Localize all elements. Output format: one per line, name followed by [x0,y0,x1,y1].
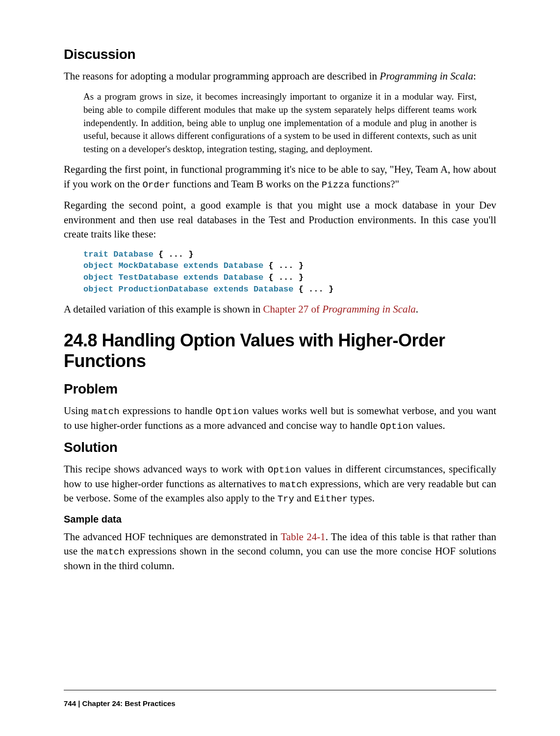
code-keyword: extends [208,285,249,294]
text: functions and Team B works on the [170,178,321,190]
code-keyword: object [83,273,113,282]
code-plain: { ... } [263,261,304,270]
chapter-label: Chapter 24: Best Practices [82,699,176,708]
code-class: MockDatabase [113,261,178,270]
discussion-para-2: Regarding the first point, in functional… [64,162,496,191]
discussion-para-3: Regarding the second point, a good examp… [64,198,496,241]
code-class: Database [108,250,153,259]
text: expressions to handle [120,405,216,417]
footer-separator: | [76,699,82,708]
sample-data-para: The advanced HOF techniques are demonstr… [64,530,496,573]
code-class: ProductionDatabase [113,285,208,294]
code-keyword: object [83,285,113,294]
code-class: Database [218,261,263,270]
book-title: Programming in Scala [380,70,473,82]
page-footer: 744 | Chapter 24: Best Practices [64,690,496,708]
table-link[interactable]: Table 24-1 [281,531,326,543]
code-keyword: extends [178,273,219,282]
code-plain: { ... } [294,285,334,294]
text: types. [348,492,375,504]
code-keyword: object [83,261,113,270]
section-248-heading: 24.8 Handling Option Values with Higher-… [64,330,496,371]
problem-para: Using match expressions to handle Option… [64,404,496,433]
text: Using [64,405,92,417]
code-inline: Pizza [322,180,350,190]
code-inline: match [97,547,125,557]
code-plain: { ... } [153,250,194,259]
code-class: Database [218,273,263,282]
text: expressions shown in the second column, … [64,545,496,572]
solution-heading: Solution [64,440,496,455]
code-keyword: extends [178,261,219,270]
code-inline: Option [268,465,301,475]
discussion-heading: Discussion [64,47,496,62]
discussion-para-1: The reasons for adopting a modular progr… [64,69,496,83]
text: A detailed variation of this example is … [64,303,263,315]
code-inline: Order [142,180,170,190]
chapter-link[interactable]: Chapter 27 of Programming in Scala [263,303,416,315]
problem-heading: Problem [64,381,496,397]
text: : [473,70,476,82]
text: The advanced HOF techniques are demonstr… [64,531,281,543]
discussion-para-4: A detailed variation of this example is … [64,302,496,316]
text: . [416,303,418,315]
code-inline: Option [215,406,249,417]
text: This recipe shows advanced ways to work … [64,463,268,475]
code-inline: match [92,406,120,417]
code-keyword: trait [83,250,108,259]
text: values. [414,420,445,431]
code-class: TestDatabase [113,273,178,282]
link-text: Chapter 27 of [263,303,323,315]
text: functions?" [350,178,399,190]
solution-para: This recipe shows advanced ways to work … [64,462,496,506]
text: The reasons for adopting a modular progr… [64,70,380,82]
discussion-quote: As a program grows in size, it becomes i… [83,90,477,156]
code-inline: Try [278,494,294,504]
code-class: Database [249,285,294,294]
sample-data-heading: Sample data [64,514,496,525]
link-italic-text: Programming in Scala [322,303,416,315]
code-plain: { ... } [263,273,304,282]
code-inline: Either [314,494,348,504]
code-inline: match [280,479,307,490]
page-number: 744 [64,699,76,708]
text: and [294,492,314,504]
code-block: trait Database { ... } object MockDataba… [83,249,496,295]
code-inline: Option [380,421,413,432]
